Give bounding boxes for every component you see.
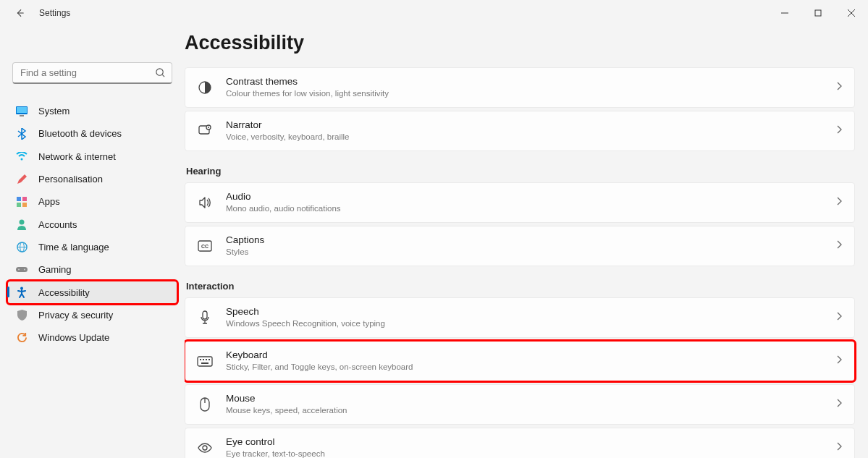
svg-point-4 xyxy=(156,69,163,75)
chevron-right-icon xyxy=(835,196,843,209)
svg-line-5 xyxy=(162,75,164,77)
speaker-icon xyxy=(197,195,213,211)
shield-icon xyxy=(16,309,28,321)
wifi-icon xyxy=(16,150,28,162)
card-speech[interactable]: Speech Windows Speech Recognition, voice… xyxy=(185,297,855,338)
system-icon xyxy=(16,106,28,117)
card-title: Captions xyxy=(226,234,835,246)
card-sub: Voice, verbosity, keyboard, braille xyxy=(226,132,835,143)
sidebar-item-accessibility[interactable]: Accessibility xyxy=(7,281,177,303)
card-sub: Eye tracker, text-to-speech xyxy=(226,449,835,458)
svg-rect-29 xyxy=(200,359,201,360)
svg-text:CC: CC xyxy=(201,244,208,249)
sidebar-item-label: Windows Update xyxy=(38,332,109,343)
section-hearing: Hearing xyxy=(186,166,855,177)
svg-point-14 xyxy=(20,220,25,225)
svg-rect-10 xyxy=(17,197,21,201)
back-button[interactable] xyxy=(13,7,26,20)
svg-point-20 xyxy=(24,269,25,271)
mic-icon xyxy=(197,310,213,326)
sidebar-item-bluetooth[interactable]: Bluetooth & devices xyxy=(7,122,177,145)
chevron-right-icon xyxy=(835,398,843,411)
sidebar-item-label: Privacy & security xyxy=(38,310,113,321)
section-interaction: Interaction xyxy=(186,281,855,292)
card-narrator[interactable]: Narrator Voice, verbosity, keyboard, bra… xyxy=(185,111,855,151)
sidebar-item-gaming[interactable]: Gaming xyxy=(7,258,177,281)
update-icon xyxy=(16,332,28,344)
sidebar-item-label: Apps xyxy=(38,196,60,207)
svg-rect-7 xyxy=(17,107,27,113)
card-title: Contrast themes xyxy=(226,76,835,88)
narrator-icon xyxy=(197,123,213,139)
svg-rect-32 xyxy=(208,359,210,360)
sidebar-item-label: Gaming xyxy=(38,264,72,275)
card-title: Narrator xyxy=(226,119,835,131)
svg-point-36 xyxy=(203,446,207,450)
svg-rect-13 xyxy=(22,203,27,207)
card-sub: Styles xyxy=(226,247,835,258)
page-title: Accessibility xyxy=(185,32,855,54)
sidebar-item-label: Network & internet xyxy=(38,151,116,162)
card-mouse[interactable]: Mouse Mouse keys, speed, acceleration xyxy=(185,384,855,425)
chevron-right-icon xyxy=(835,81,843,94)
svg-rect-28 xyxy=(198,357,212,366)
card-contrast-themes[interactable]: Contrast themes Colour themes for low vi… xyxy=(185,67,855,108)
bluetooth-icon xyxy=(16,128,28,140)
app-title: Settings xyxy=(39,8,70,18)
sidebar-item-label: Time & language xyxy=(38,242,109,253)
accessibility-icon xyxy=(16,287,28,298)
svg-point-21 xyxy=(20,287,23,290)
sidebar-item-update[interactable]: Windows Update xyxy=(7,326,177,349)
svg-point-9 xyxy=(21,158,23,161)
sidebar-item-time[interactable]: Time & language xyxy=(7,236,177,258)
card-title: Mouse xyxy=(226,393,835,404)
sidebar-item-network[interactable]: Network & internet xyxy=(7,145,177,168)
sidebar-item-system[interactable]: System xyxy=(7,100,177,122)
card-eye-control[interactable]: Eye control Eye tracker, text-to-speech xyxy=(185,428,855,458)
chevron-right-icon xyxy=(835,124,843,137)
card-title: Keyboard xyxy=(226,349,835,361)
svg-rect-11 xyxy=(22,197,27,201)
sidebar-item-accounts[interactable]: Accounts xyxy=(7,213,177,235)
person-icon xyxy=(16,219,28,230)
minimize-button[interactable] xyxy=(768,0,801,26)
svg-rect-33 xyxy=(201,362,208,364)
chevron-right-icon xyxy=(835,355,843,368)
svg-rect-27 xyxy=(203,311,207,319)
sidebar-item-label: System xyxy=(38,106,69,116)
chevron-right-icon xyxy=(835,239,843,253)
sidebar-item-personalisation[interactable]: Personalisation xyxy=(7,168,177,190)
search-input[interactable] xyxy=(12,62,172,84)
sidebar-item-label: Accessibility xyxy=(38,287,90,298)
search-icon xyxy=(155,67,166,81)
svg-point-19 xyxy=(18,269,20,271)
svg-rect-1 xyxy=(815,10,821,16)
sidebar-item-apps[interactable]: Apps xyxy=(7,190,177,213)
card-sub: Mouse keys, speed, acceleration xyxy=(226,405,835,416)
card-keyboard[interactable]: Keyboard Sticky, Filter, and Toggle keys… xyxy=(185,341,855,381)
card-title: Speech xyxy=(226,306,835,318)
close-button[interactable] xyxy=(835,0,868,26)
maximize-button[interactable] xyxy=(801,0,835,26)
card-captions[interactable]: CC Captions Styles xyxy=(185,226,855,266)
card-sub: Windows Speech Recognition, voice typing xyxy=(226,318,835,329)
card-sub: Mono audio, audio notifications xyxy=(226,203,835,214)
svg-rect-12 xyxy=(17,203,21,207)
sidebar-item-label: Accounts xyxy=(38,219,77,230)
contrast-icon xyxy=(197,80,213,96)
gamepad-icon xyxy=(16,264,28,276)
mouse-icon xyxy=(197,396,213,412)
apps-icon xyxy=(16,196,28,208)
sidebar-item-privacy[interactable]: Privacy & security xyxy=(7,304,177,326)
card-sub: Colour themes for low vision, light sens… xyxy=(226,88,835,99)
svg-rect-30 xyxy=(203,359,204,360)
svg-rect-31 xyxy=(206,359,207,360)
svg-rect-18 xyxy=(16,267,28,272)
card-title: Audio xyxy=(226,191,835,203)
brush-icon xyxy=(16,174,28,185)
cc-icon: CC xyxy=(197,238,213,254)
card-audio[interactable]: Audio Mono audio, audio notifications xyxy=(185,182,855,223)
chevron-right-icon xyxy=(835,441,843,454)
chevron-right-icon xyxy=(835,311,843,324)
eye-icon xyxy=(197,440,213,456)
